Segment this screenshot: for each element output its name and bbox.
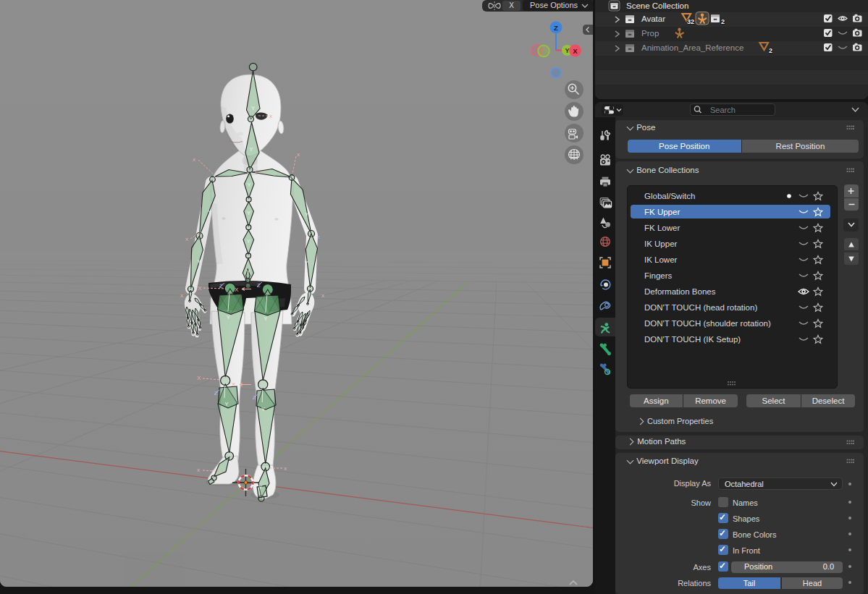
svg-text:Avatar: Avatar bbox=[641, 14, 665, 23]
svg-text:2: 2 bbox=[769, 47, 772, 54]
svg-text:Prop: Prop bbox=[641, 29, 659, 38]
svg-text:IK Lower: IK Lower bbox=[644, 255, 678, 264]
svg-text:IK Upper: IK Upper bbox=[644, 239, 678, 248]
svg-text:2: 2 bbox=[721, 18, 725, 25]
svg-text:Global/Switch: Global/Switch bbox=[644, 192, 695, 200]
svg-text:Y: Y bbox=[565, 47, 569, 54]
svg-text:FK Lower: FK Lower bbox=[644, 224, 680, 232]
svg-text:DON'T TOUCH (shoulder rotation: DON'T TOUCH (shoulder rotation) bbox=[644, 319, 771, 328]
svg-text:Scene Collection: Scene Collection bbox=[626, 1, 688, 10]
svg-text:DON'T TOUCH (IK Setup): DON'T TOUCH (IK Setup) bbox=[644, 335, 741, 344]
svg-text:Z: Z bbox=[554, 24, 558, 32]
svg-text:Deformation Bones: Deformation Bones bbox=[644, 287, 716, 296]
svg-text:Animation_Area_Reference: Animation_Area_Reference bbox=[641, 43, 743, 52]
svg-text:FK Upper: FK Upper bbox=[644, 208, 680, 216]
svg-text:DON'T TOUCH (head rotation): DON'T TOUCH (head rotation) bbox=[644, 303, 757, 312]
svg-text:32: 32 bbox=[687, 18, 694, 25]
svg-text:Fingers: Fingers bbox=[644, 271, 673, 280]
svg-text:X: X bbox=[573, 47, 578, 55]
